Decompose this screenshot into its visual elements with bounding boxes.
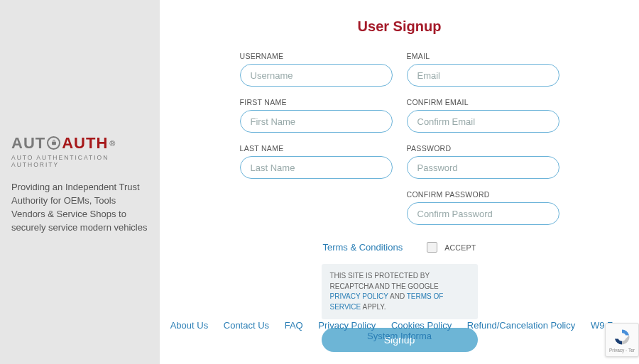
field-group-first-name: FIRST NAME: [240, 98, 393, 133]
first-name-input[interactable]: [240, 110, 393, 133]
page-title: User Signup: [160, 18, 639, 35]
footer-link-cookies[interactable]: Cookies Policy: [391, 320, 452, 331]
recaptcha-badge[interactable]: Privacy - Ter: [605, 323, 639, 357]
password-label: PASSWORD: [407, 144, 559, 153]
footer-link-contact[interactable]: Contact Us: [224, 320, 269, 331]
registered-icon: ®: [109, 139, 116, 148]
field-group-username: USERNAME: [240, 52, 393, 87]
email-input[interactable]: [407, 64, 559, 87]
username-label: USERNAME: [240, 52, 393, 60]
field-group-last-name: LAST NAME: [240, 144, 393, 179]
last-name-input[interactable]: [240, 156, 393, 179]
form-col-left: USERNAME FIRST NAME LAST NAME: [240, 52, 393, 236]
footer-link-refund[interactable]: Refund/Cancelation Policy: [467, 320, 575, 331]
footer-link-system[interactable]: System Informa: [367, 331, 432, 341]
recaptcha-notice-and: AND: [388, 292, 407, 300]
recaptcha-notice-text-2: APPLY.: [361, 303, 386, 311]
recaptcha-notice-text-1: THIS SITE IS PROTECTED BY RECAPTCHA AND …: [330, 272, 439, 290]
brand-logo-text-auth: AUTH: [62, 135, 108, 152]
lock-icon: [47, 136, 60, 150]
signup-form: USERNAME FIRST NAME LAST NAME EMAIL CONF…: [240, 52, 559, 236]
accept-group: ACCEPT: [427, 242, 476, 253]
last-name-label: LAST NAME: [240, 144, 393, 153]
accept-checkbox[interactable]: [427, 242, 437, 253]
brand-logo-main: AUT AUTH ®: [11, 135, 148, 152]
field-group-confirm-email: CONFIRM EMAIL: [407, 98, 559, 133]
footer-link-privacy[interactable]: Privacy Policy: [318, 320, 376, 331]
username-input[interactable]: [240, 64, 393, 87]
main-content: User Signup USERNAME FIRST NAME LAST NAM…: [160, 0, 639, 364]
brand-logo: AUT AUTH ® AUTO AUTHENTICATION AUTHORITY: [11, 135, 148, 168]
field-group-confirm-password: CONFIRM PASSWORD: [407, 190, 559, 225]
privacy-policy-link[interactable]: PRIVACY POLICY: [330, 292, 388, 300]
confirm-password-input[interactable]: [407, 202, 559, 225]
brand-tagline: Providing an Independent Trust Authority…: [11, 181, 148, 234]
footer-nav: About Us Contact Us FAQ Privacy Policy C…: [160, 320, 639, 341]
form-col-right: EMAIL CONFIRM EMAIL PASSWORD CONFIRM PAS…: [407, 52, 559, 236]
accept-label: ACCEPT: [444, 243, 476, 252]
field-group-password: PASSWORD: [407, 144, 559, 179]
terms-link[interactable]: Terms & Conditions: [322, 242, 403, 253]
confirm-email-label: CONFIRM EMAIL: [407, 98, 559, 106]
confirm-password-label: CONFIRM PASSWORD: [407, 190, 559, 199]
footer-link-faq[interactable]: FAQ: [285, 320, 303, 331]
terms-row: Terms & Conditions ACCEPT: [160, 242, 639, 253]
password-input[interactable]: [407, 156, 559, 179]
recaptcha-icon: [613, 328, 631, 346]
first-name-label: FIRST NAME: [240, 98, 393, 106]
recaptcha-notice: THIS SITE IS PROTECTED BY RECAPTCHA AND …: [322, 264, 478, 319]
confirm-email-input[interactable]: [407, 110, 559, 133]
sidebar: AUT AUTH ® AUTO AUTHENTICATION AUTHORITY…: [0, 0, 160, 364]
brand-logo-subtext: AUTO AUTHENTICATION AUTHORITY: [11, 154, 148, 168]
email-label: EMAIL: [407, 52, 559, 60]
brand-logo-text-auto: AUT: [11, 135, 45, 152]
recaptcha-badge-text: Privacy - Ter: [609, 348, 635, 353]
field-group-email: EMAIL: [407, 52, 559, 87]
footer-link-about[interactable]: About Us: [170, 320, 208, 331]
